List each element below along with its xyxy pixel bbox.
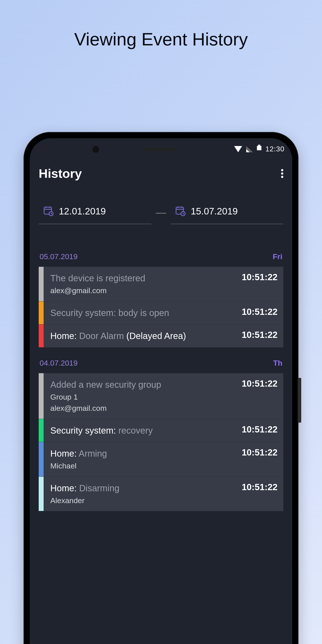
event-body: Added a new security groupGroup 1alex@gm… <box>44 373 283 419</box>
event-color-bar <box>39 324 44 347</box>
calendar-clock-icon <box>175 205 186 217</box>
event-text: Added a new security groupGroup 1alex@gm… <box>50 378 161 414</box>
page-title: History <box>39 166 82 181</box>
phone-screen: 12:30 History <box>30 138 292 644</box>
group-dow: Th <box>273 359 282 368</box>
date-to-value: 15.07.2019 <box>191 206 238 217</box>
date-header: 04.07.2019Th <box>39 359 283 368</box>
event-color-bar <box>39 267 44 301</box>
app-header: History <box>30 166 292 181</box>
group-dow: Fri <box>273 252 282 261</box>
status-clock: 12:30 <box>266 145 284 153</box>
event-row[interactable]: Security system: body is open10:51:22 <box>39 302 283 324</box>
date-header: 05.07.2019Fri <box>39 252 283 261</box>
event-time: 10:51:22 <box>242 307 278 317</box>
event-body: Home: Door Alarm (Delayed Area)10:51:22 <box>44 324 283 347</box>
event-time: 10:51:22 <box>242 448 278 458</box>
date-range-filter: 12.01.2019 — 15.07.2019 <box>39 205 283 224</box>
svg-line-6 <box>51 214 52 214</box>
event-body: Home: DisarmingAlexander10:51:22 <box>44 477 283 511</box>
event-text: Security system: recovery <box>50 424 153 436</box>
event-color-bar <box>39 373 44 419</box>
earpiece <box>144 148 178 151</box>
date-from-field[interactable]: 12.01.2019 <box>39 205 152 224</box>
event-row[interactable]: Home: DisarmingAlexander10:51:22 <box>39 477 283 512</box>
dots-icon <box>281 169 283 171</box>
event-body: Security system: body is open10:51:22 <box>44 302 283 324</box>
event-color-bar <box>39 419 44 442</box>
date-from-value: 12.01.2019 <box>59 206 106 217</box>
event-row[interactable]: The device is registeredalex@gmail.com10… <box>39 267 283 302</box>
status-bar: 12:30 <box>234 145 284 153</box>
event-body: The device is registeredalex@gmail.com10… <box>44 267 283 301</box>
event-color-bar <box>39 477 44 511</box>
event-text: Home: Door Alarm (Delayed Area) <box>50 330 186 342</box>
group-date: 04.07.2019 <box>40 359 78 368</box>
date-to-field[interactable]: 15.07.2019 <box>170 205 283 224</box>
event-row[interactable]: Home: ArmingMichael10:51:22 <box>39 442 283 477</box>
event-body: Home: ArmingMichael10:51:22 <box>44 442 283 476</box>
phone-frame: 12:30 History <box>24 132 298 644</box>
event-subtext: Group 1 <box>50 392 161 402</box>
calendar-clock-icon <box>43 205 54 217</box>
event-color-bar <box>39 302 44 324</box>
dots-icon <box>281 176 283 178</box>
more-menu-button[interactable] <box>281 169 283 178</box>
event-subtext: alex@gmail.com <box>50 286 145 296</box>
group-date: 05.07.2019 <box>40 252 78 261</box>
date-range-separator: — <box>156 206 166 224</box>
event-text: Home: ArmingMichael <box>50 448 107 471</box>
dots-icon <box>281 172 283 175</box>
cell-signal-icon <box>246 146 253 152</box>
event-row[interactable]: Added a new security groupGroup 1alex@gm… <box>39 373 283 419</box>
event-time: 10:51:22 <box>242 482 278 492</box>
event-subtext: Alexander <box>50 496 120 506</box>
event-time: 10:51:22 <box>242 272 278 282</box>
battery-icon <box>257 146 262 152</box>
event-row[interactable]: Home: Door Alarm (Delayed Area)10:51:22 <box>39 324 283 348</box>
event-body: Security system: recovery10:51:22 <box>44 419 283 442</box>
event-color-bar <box>39 442 44 476</box>
wifi-icon <box>234 146 242 152</box>
event-text: Home: DisarmingAlexander <box>50 482 120 506</box>
event-subtext: alex@gmail.com <box>50 403 161 414</box>
marketing-title: Viewing Event History <box>0 0 322 50</box>
svg-line-13 <box>183 214 184 214</box>
camera-dot <box>92 146 99 153</box>
event-row[interactable]: Security system: recovery10:51:22 <box>39 419 283 442</box>
event-text: Security system: body is open <box>50 307 169 319</box>
event-time: 10:51:22 <box>242 330 278 340</box>
event-subtext: Michael <box>50 461 107 471</box>
power-button <box>298 378 301 422</box>
event-text: The device is registeredalex@gmail.com <box>50 272 145 296</box>
event-time: 10:51:22 <box>242 378 278 389</box>
event-time: 10:51:22 <box>242 424 278 434</box>
event-list[interactable]: 05.07.2019FriThe device is registeredale… <box>39 241 283 644</box>
